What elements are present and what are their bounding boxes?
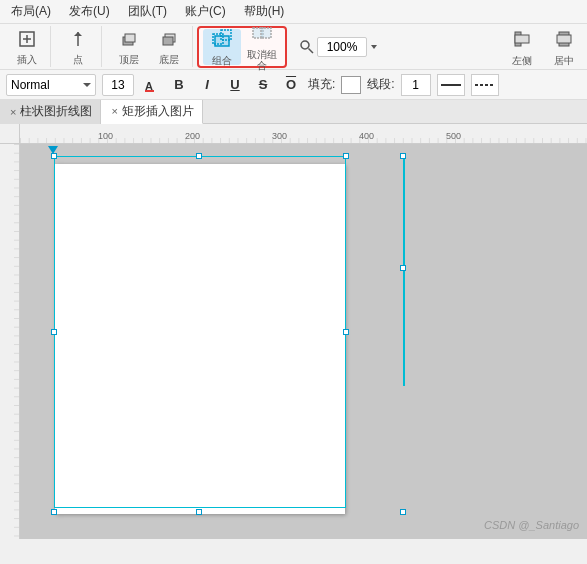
- handle-vline-top[interactable]: [400, 153, 406, 159]
- font-family-select[interactable]: Normal: [6, 74, 96, 96]
- line-style-dashed[interactable]: [471, 74, 499, 96]
- strikethrough-button[interactable]: S: [252, 74, 274, 96]
- zoom-value[interactable]: 100%: [317, 37, 367, 57]
- tab-rect-image[interactable]: × 矩形插入图片: [101, 100, 202, 124]
- bold-button[interactable]: B: [168, 74, 190, 96]
- point-button[interactable]: 点: [59, 27, 97, 67]
- overline-label: O: [286, 77, 296, 92]
- bottomlayer-icon: [159, 29, 179, 52]
- insert-button[interactable]: 插入: [8, 27, 46, 67]
- svg-rect-6: [125, 34, 135, 42]
- center-align-button[interactable]: 居中: [545, 27, 583, 67]
- italic-label: I: [205, 77, 209, 92]
- line-style-solid[interactable]: [437, 74, 465, 96]
- handle-vline-mid[interactable]: [400, 265, 406, 271]
- group-icon: [211, 28, 233, 53]
- svg-rect-11: [215, 36, 229, 46]
- underline-label: U: [230, 77, 239, 92]
- left-align-icon: [511, 28, 533, 53]
- svg-rect-8: [163, 37, 173, 45]
- zoom-icon: [299, 39, 315, 55]
- horizontal-ruler: 100 200 300 400 500: [20, 124, 587, 144]
- menu-help[interactable]: 帮助(H): [241, 2, 288, 21]
- tabs-bar: × 柱状图折线图 × 矩形插入图片: [0, 100, 587, 124]
- group-button[interactable]: 组合: [203, 29, 241, 65]
- tab-rect-image-label: 矩形插入图片: [122, 103, 194, 120]
- menu-layout[interactable]: 布局(A): [8, 2, 54, 21]
- handle-mr[interactable]: [343, 329, 349, 335]
- toolbar2: Normal A B I U S O 填充: 线段: 1: [0, 70, 587, 100]
- color-icon: A: [144, 78, 158, 92]
- position-marker: [48, 146, 58, 154]
- font-size-input[interactable]: [102, 74, 134, 96]
- tab-bar-chart[interactable]: × 柱状图折线图: [0, 100, 101, 124]
- tab-bar-chart-label: 柱状图折线图: [20, 103, 92, 120]
- zoom-dropdown-icon[interactable]: [369, 42, 379, 52]
- toplayer-label: 顶层: [119, 54, 139, 65]
- handle-bc[interactable]: [196, 509, 202, 515]
- insert-group: 插入: [4, 26, 51, 67]
- ruler-v-ticks: [0, 144, 20, 539]
- handle-bl[interactable]: [51, 509, 57, 515]
- svg-rect-20: [557, 35, 571, 43]
- handle-ml[interactable]: [51, 329, 57, 335]
- handle-tr[interactable]: [343, 153, 349, 159]
- bold-label: B: [174, 77, 183, 92]
- svg-marker-21: [83, 83, 91, 87]
- svg-marker-16: [371, 45, 377, 49]
- toplayer-icon: [119, 29, 139, 52]
- handle-bc2[interactable]: [400, 509, 406, 515]
- svg-line-15: [309, 48, 314, 53]
- svg-rect-23: [145, 90, 154, 92]
- menu-publish[interactable]: 发布(U): [66, 2, 113, 21]
- center-align-icon: [553, 28, 575, 53]
- italic-button[interactable]: I: [196, 74, 218, 96]
- svg-marker-4: [74, 32, 82, 36]
- svg-rect-27: [20, 124, 587, 144]
- strikethrough-label: S: [259, 77, 268, 92]
- svg-rect-18: [515, 35, 529, 43]
- tab-close-icon-2[interactable]: ×: [111, 105, 117, 117]
- menu-account[interactable]: 账户(C): [182, 2, 229, 21]
- tab-close-icon-1[interactable]: ×: [10, 106, 16, 118]
- insert-icon: [17, 29, 37, 52]
- font-family-value: Normal: [11, 78, 50, 92]
- underline-button[interactable]: U: [224, 74, 246, 96]
- zoom-area: 100%: [291, 37, 387, 57]
- ruler-h-ticks: [20, 124, 587, 144]
- layer-group: 顶层 底层: [106, 26, 193, 67]
- canvas-workspace[interactable]: CSDN @_Santiago: [20, 144, 587, 539]
- line-thickness-input[interactable]: 1: [401, 74, 431, 96]
- line-label: 线段:: [367, 76, 394, 93]
- left-label: 左侧: [512, 55, 532, 66]
- menu-team[interactable]: 团队(T): [125, 2, 170, 21]
- svg-rect-13: [261, 28, 271, 38]
- group-label: 组合: [212, 55, 232, 66]
- handle-tc[interactable]: [196, 153, 202, 159]
- ungroup-button[interactable]: 取消组合: [243, 29, 281, 65]
- canvas-area: 100 200 300 400 500: [0, 124, 587, 539]
- toplayer-button[interactable]: 顶层: [110, 27, 148, 67]
- font-dropdown-icon: [83, 81, 91, 89]
- ruler-corner: [0, 124, 20, 144]
- point-icon: [68, 29, 88, 52]
- vertical-line: [403, 156, 405, 386]
- svg-point-14: [301, 41, 309, 49]
- center-label: 居中: [554, 55, 574, 66]
- ungroup-label: 取消组合: [245, 49, 279, 71]
- menubar: 布局(A) 发布(U) 团队(T) 账户(C) 帮助(H): [0, 0, 587, 24]
- overline-button[interactable]: O: [280, 74, 302, 96]
- bottomlayer-button[interactable]: 底层: [150, 27, 188, 67]
- ungroup-icon: [251, 22, 273, 47]
- toolbar1: 插入 点 顶层: [0, 24, 587, 70]
- right-tools: 左侧 居中: [503, 27, 583, 67]
- color-button[interactable]: A: [140, 74, 162, 96]
- bottomlayer-label: 底层: [159, 54, 179, 65]
- selection-rect: [54, 156, 346, 508]
- fill-color-box[interactable]: [341, 76, 361, 94]
- fill-label: 填充:: [308, 76, 335, 93]
- watermark: CSDN @_Santiago: [484, 519, 579, 531]
- left-align-button[interactable]: 左侧: [503, 27, 541, 67]
- vertical-ruler: [0, 144, 20, 539]
- point-group: 点: [55, 26, 102, 67]
